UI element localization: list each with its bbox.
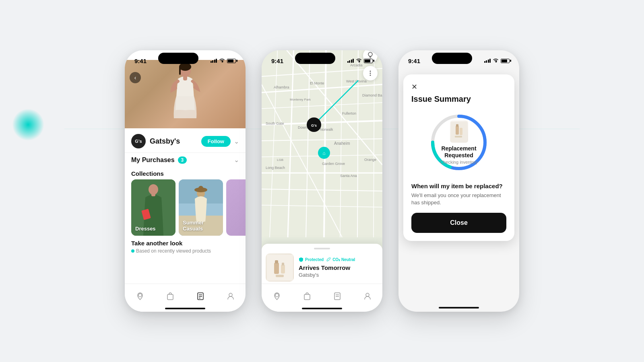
nav-track-2[interactable] — [272, 292, 281, 300]
back-button[interactable]: ‹ — [130, 72, 141, 83]
package-content: Protected CO₂ Neutral Arrives Tomorrow G… — [266, 253, 378, 282]
signal-bars-2 — [347, 59, 354, 63]
svg-rect-15 — [167, 294, 173, 300]
nav-profile-1[interactable] — [226, 292, 235, 300]
nav-bag-1[interactable] — [166, 292, 175, 300]
dynamic-island-2 — [295, 53, 335, 64]
ring-status-text: Replacement Requested — [437, 145, 481, 159]
svg-point-65 — [370, 73, 371, 74]
scroll-indicator — [314, 248, 330, 249]
svg-rect-74 — [304, 294, 310, 300]
svg-rect-69 — [275, 260, 278, 263]
status-time-2: 9:41 — [271, 58, 283, 64]
svg-rect-3 — [183, 76, 187, 80]
svg-text:Alhambra: Alhambra — [274, 85, 289, 89]
profile-icon-2 — [363, 292, 372, 300]
collection-extra[interactable] — [226, 179, 246, 236]
nav-bag-2[interactable] — [303, 292, 312, 300]
collection-dresses[interactable]: Dresses — [131, 179, 175, 236]
progress-ring-section: Replacement Requested Checking inventory — [411, 110, 506, 175]
phone-3: 9:41 ✕ Issue Summary — [398, 50, 519, 312]
collections-label: Collections — [125, 167, 246, 179]
svg-rect-71 — [282, 263, 284, 265]
nav-profile-2[interactable] — [363, 292, 372, 300]
brand-name: Gatsby's — [150, 137, 180, 146]
bg-decoration-left — [12, 109, 44, 141]
status-icons-1 — [211, 58, 236, 64]
home-indicator-1 — [165, 308, 205, 309]
close-button[interactable]: Close — [411, 213, 506, 233]
home-indicator-3 — [439, 307, 479, 309]
leaf-icon — [326, 257, 331, 262]
wifi-icon-3 — [493, 58, 499, 64]
svg-text:Norwalk: Norwalk — [320, 128, 333, 132]
ring-wrapper: Replacement Requested Checking inventory — [427, 110, 491, 175]
wifi-icon-1 — [219, 58, 225, 64]
nav-orders-2[interactable] — [333, 292, 342, 300]
teal-dot-icon — [131, 249, 134, 253]
package-details: Protected CO₂ Neutral Arrives Tomorrow G… — [299, 257, 378, 278]
svg-rect-86 — [455, 136, 462, 137]
svg-point-78 — [366, 293, 369, 296]
svg-text:LGB: LGB — [277, 158, 283, 162]
chevron-down-icon[interactable]: ⌄ — [234, 138, 239, 145]
product-ring-image — [451, 121, 467, 142]
follow-button[interactable]: Follow — [201, 136, 231, 147]
svg-rect-6 — [151, 192, 155, 196]
svg-point-73 — [275, 294, 279, 297]
svg-rect-68 — [274, 263, 279, 274]
ring-sub-text: Checking inventory — [437, 159, 481, 164]
shield-badge-icon — [299, 257, 303, 262]
brand-row: G's Gatsby's Follow ⌄ — [125, 130, 246, 152]
more-button[interactable] — [363, 66, 378, 80]
bag-icon-2 — [303, 292, 312, 300]
package-badges: Protected CO₂ Neutral — [299, 257, 378, 262]
collection-summer[interactable]: Summer Casuals — [179, 179, 223, 236]
svg-rect-72 — [276, 275, 284, 277]
svg-text:G's: G's — [311, 123, 317, 128]
product-thumbnail — [450, 121, 468, 143]
brand-left: G's Gatsby's — [131, 134, 180, 148]
summer-label: Summer Casuals — [183, 220, 223, 232]
map-area: Pasadena Arcadia Alhambra El Monte West … — [262, 50, 382, 237]
svg-point-14 — [138, 294, 142, 297]
purchases-row[interactable]: My Purchases 3 ⌄ — [125, 152, 246, 167]
close-x-button[interactable]: ✕ — [411, 82, 506, 91]
status-bar-3: 9:41 — [398, 50, 519, 68]
package-image — [266, 253, 294, 282]
status-icons-2 — [347, 58, 373, 64]
svg-rect-85 — [460, 128, 462, 135]
nav-orders-1[interactable] — [196, 292, 205, 300]
purchases-chevron[interactable]: ⌄ — [234, 156, 239, 164]
status-time-3: 9:41 — [408, 58, 420, 64]
svg-rect-83 — [456, 125, 459, 134]
svg-point-20 — [229, 293, 232, 296]
phone-2: 9:41 — [262, 50, 382, 312]
nav-track-1[interactable] — [136, 292, 144, 300]
profile-icon — [226, 292, 235, 300]
phone-1: 9:41 ‹ — [125, 50, 246, 312]
brand-avatar: G's — [131, 134, 146, 148]
status-bar-2: 9:41 — [262, 50, 382, 68]
svg-text:Santa Ana: Santa Ana — [340, 174, 357, 178]
co2-badge: CO₂ Neutral — [326, 257, 355, 262]
svg-rect-13 — [198, 186, 203, 191]
status-bar-1: 9:41 — [125, 50, 246, 68]
svg-text:Long Beach: Long Beach — [266, 166, 285, 170]
svg-text:Anaheim: Anaheim — [334, 141, 350, 146]
svg-point-64 — [370, 71, 371, 72]
battery-icon-2 — [364, 59, 373, 63]
hero-person — [161, 62, 209, 128]
dynamic-island-3 — [432, 53, 472, 64]
location-icon-2 — [272, 292, 281, 300]
product-cosmetic-image — [267, 255, 293, 281]
bottom-nav-1 — [125, 284, 246, 312]
faq-answer: We'll email you once your replacement ha… — [411, 192, 506, 206]
svg-rect-70 — [281, 265, 285, 274]
store-label: Gatsby's — [299, 272, 378, 278]
battery-icon-1 — [227, 59, 236, 63]
signal-bars-3 — [484, 59, 491, 63]
dynamic-island-1 — [158, 53, 198, 64]
svg-text:South Gate: South Gate — [266, 121, 284, 125]
arrives-label: Arrives Tomorrow — [299, 264, 378, 271]
